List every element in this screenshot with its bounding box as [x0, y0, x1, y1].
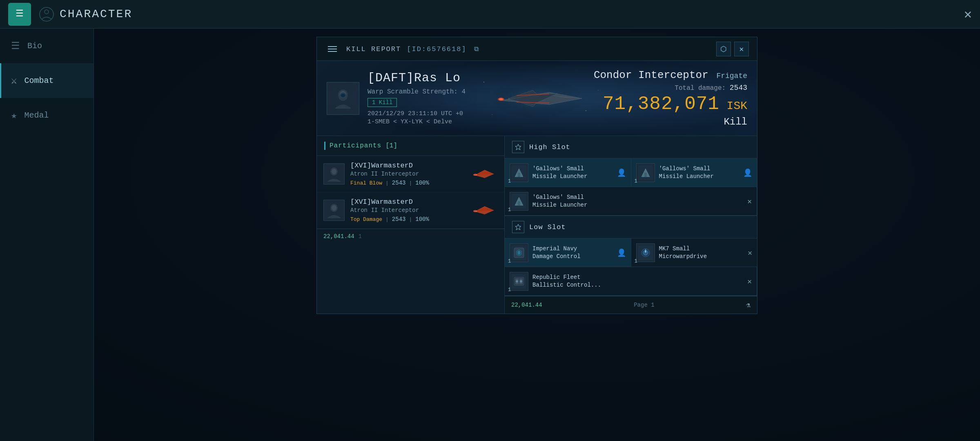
- high-slot-item-2-icon: [636, 163, 655, 182]
- modal-close-button[interactable]: ✕: [734, 42, 749, 56]
- high-slot-item-3-icon: [510, 192, 528, 211]
- high-slot-section: High Slot: [505, 136, 757, 216]
- participant-2-info: [XVI]WarmasterD Atron II Interceptor Top…: [350, 198, 463, 223]
- ship-banner: [DAFT]Ras Lo Warp Scramble Strength: 4 1…: [317, 61, 757, 136]
- svg-point-16: [586, 110, 586, 111]
- low-slot-row-1: 1 Imperial Navy Damage Control 👤: [505, 238, 757, 267]
- high-slot-title: High Slot: [529, 143, 570, 151]
- low-slot-item-2: 1 MK7 Small Microwarpdrive ✕: [631, 238, 757, 267]
- participant-1-avatar: [323, 163, 345, 185]
- pilot-name: [DAFT]Ras Lo: [368, 71, 586, 85]
- low-slot-item-3-icon: [510, 272, 528, 291]
- content-area: Participants [1] [XVI]Warmaster: [317, 136, 757, 314]
- modal-menu-button[interactable]: [325, 42, 340, 56]
- low-slot-item-1-name: Imperial Navy Damage Control: [532, 245, 613, 260]
- sidebar-item-combat[interactable]: ⚔ Combat: [0, 63, 94, 98]
- high-slot-item-2-count: 1: [635, 178, 637, 184]
- svg-point-42: [520, 280, 522, 283]
- medal-icon: ★: [11, 109, 17, 121]
- modal-header: KILL REPORT [ID:6576618] ⧉ ⬡ ✕: [317, 37, 757, 61]
- svg-point-24: [332, 205, 336, 211]
- high-slot-item-1: 1 'Gallows' Small Missile Launcher 👤: [505, 158, 631, 187]
- high-slot-icon: [512, 141, 524, 153]
- participant-2: [XVI]WarmasterD Atron II Interceptor Top…: [317, 192, 504, 229]
- high-slot-item-1-status: 👤: [617, 168, 626, 177]
- svg-rect-3: [328, 49, 337, 49]
- close-window-button[interactable]: ✕: [964, 6, 972, 22]
- menu-button[interactable]: ☰: [8, 3, 31, 26]
- ship-stats: Condor Interceptor Frigate Total damage:…: [594, 69, 747, 127]
- participants-footer: 22,041.44 1: [317, 229, 504, 244]
- participants-count: [1]: [385, 142, 397, 149]
- participant-1-info: [XVI]WarmasterD Atron II Interceptor Fin…: [350, 162, 463, 186]
- sidebar-item-bio[interactable]: ☰ Bio: [0, 29, 94, 63]
- low-slot-row-2: 1 Republic Fleet Ballistic Control... ✕: [505, 267, 757, 296]
- low-slot-item-2-count: 1: [635, 258, 637, 264]
- low-slot-item-3: 1 Republic Fleet Ballistic Control... ✕: [505, 267, 757, 296]
- high-slot-item-2-name: 'Gallows' Small Missile Launcher: [659, 165, 739, 180]
- svg-rect-27: [518, 173, 520, 177]
- participants-section-header: Participants [1]: [317, 136, 504, 156]
- high-slot-item-2: 1 'Gallows' Small Missile Launcher 👤: [631, 158, 757, 187]
- copy-icon: ⧉: [474, 46, 479, 53]
- low-slot-section: Low Slot: [505, 216, 757, 296]
- filter-icon[interactable]: ⚗: [746, 301, 751, 310]
- total-damage-label: Total damage: 2543: [594, 84, 747, 92]
- low-slot-item-2-status: ✕: [748, 248, 752, 257]
- kill-type: Kill: [594, 116, 747, 127]
- high-slot-item-1-icon: [510, 163, 528, 182]
- participants-panel: Participants [1] [XVI]Warmaster: [317, 136, 505, 314]
- high-slot-item-3-status: ✕: [747, 197, 752, 206]
- high-slot-item-1-count: 1: [508, 178, 511, 184]
- slots-panel: High Slot: [505, 136, 757, 314]
- participant-1-damage: 2543: [392, 180, 406, 186]
- participant-1-tag: Final Blow: [350, 180, 382, 186]
- low-slot-item-3-name: Republic Fleet Ballistic Control...: [532, 274, 743, 288]
- svg-point-1: [45, 10, 49, 14]
- low-slot-title: Low Slot: [529, 223, 566, 231]
- svg-point-8: [340, 93, 346, 98]
- low-slot-item-3-status: ✕: [747, 277, 752, 286]
- participant-1-ship-thumb: [469, 164, 498, 184]
- svg-point-41: [516, 280, 518, 283]
- participant-1-damage-row: Final Blow | 2543 | 100%: [350, 180, 463, 186]
- low-slot-item-1-count: 1: [508, 258, 511, 264]
- svg-point-20: [332, 169, 336, 174]
- participants-title: Participants: [330, 142, 381, 149]
- high-slot-item-1-name: 'Gallows' Small Missile Launcher: [532, 165, 613, 180]
- svg-point-6: [338, 89, 348, 101]
- participant-1-pct: 100%: [415, 180, 429, 186]
- sidebar-label-medal: Medal: [24, 111, 49, 120]
- participant-2-damage: 2543: [392, 216, 406, 223]
- svg-point-9: [341, 94, 345, 97]
- low-slot-item-2-icon: [636, 243, 655, 262]
- participant-2-ship: Atron II Interceptor: [350, 207, 463, 214]
- modal-footer: 22,041.44 Page 1 ⚗: [505, 296, 757, 314]
- svg-rect-4: [328, 51, 337, 52]
- low-slot-item-1-icon: [510, 243, 528, 262]
- sidebar-label-combat: Combat: [24, 76, 53, 85]
- participant-1-ship: Atron II Interceptor: [350, 171, 463, 177]
- ship-class: Condor Interceptor: [594, 69, 708, 81]
- participant-1: [XVI]WarmasterD Atron II Interceptor Fin…: [317, 156, 504, 192]
- high-slot-item-3-count: 1: [508, 207, 511, 213]
- svg-rect-29: [644, 173, 647, 177]
- kill-report-modal: KILL REPORT [ID:6576618] ⧉ ⬡ ✕: [316, 37, 757, 314]
- participant-1-name: [XVI]WarmasterD: [350, 162, 463, 169]
- high-slot-item-3-name: 'Gallows' Small Missile Launcher: [532, 194, 743, 208]
- top-bar: ☰ CHARACTER ✕: [0, 0, 980, 29]
- warp-scramble: Warp Scramble Strength: 4: [368, 88, 586, 96]
- high-slot-item-3: 1 'Gallows' Small Missile Launcher ✕: [505, 187, 757, 216]
- low-slot-icon: [512, 221, 524, 233]
- svg-point-21: [473, 174, 477, 176]
- external-link-button[interactable]: ⬡: [716, 42, 731, 56]
- participant-2-name: [XVI]WarmasterD: [350, 198, 463, 206]
- participant-2-pct: 100%: [415, 216, 429, 223]
- kill-count-badge: 1 Kill: [368, 98, 397, 107]
- ship-type: Frigate: [716, 72, 747, 80]
- high-slot-row-1: 1 'Gallows' Small Missile Launcher 👤: [505, 158, 757, 187]
- page-indicator: Page 1: [634, 302, 654, 308]
- pilot-avatar: [327, 82, 359, 115]
- footer-isk-value: 22,041.44: [323, 233, 354, 240]
- sidebar-item-medal[interactable]: ★ Medal: [0, 98, 94, 133]
